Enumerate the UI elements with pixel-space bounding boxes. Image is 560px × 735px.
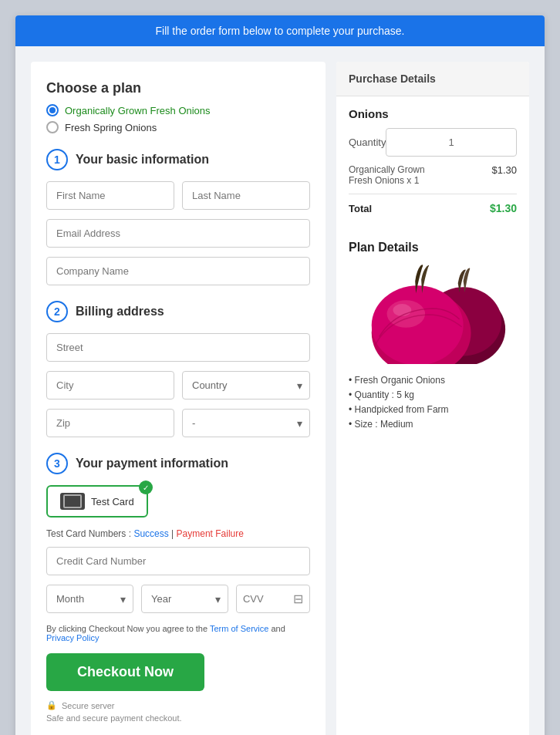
first-name-input[interactable] <box>46 181 174 210</box>
section2-number: 2 <box>46 301 68 322</box>
country-select[interactable]: Country <box>182 371 310 400</box>
cc-number-field <box>46 547 310 575</box>
email-input[interactable] <box>46 219 310 248</box>
page-wrapper: Fill the order form below to complete yo… <box>15 15 545 735</box>
country-select-wrapper: Country ▾ <box>182 371 310 400</box>
plan-option-2[interactable]: Fresh Spring Onions <box>46 121 310 133</box>
street-input[interactable] <box>46 333 310 362</box>
plan-details-section: Plan Details <box>336 230 529 444</box>
email-field <box>46 219 310 248</box>
section2-title: Billing address <box>76 305 164 319</box>
company-input[interactable] <box>46 257 310 285</box>
plan-1-label: Organically Grown Fresh Onions <box>65 105 211 116</box>
city-field <box>46 371 174 400</box>
company-field <box>46 257 310 285</box>
secure-info: 🔒 Secure server <box>46 700 310 710</box>
radio-selected <box>46 104 59 116</box>
test-card-success-link[interactable]: Success <box>133 528 168 539</box>
city-input[interactable] <box>46 371 174 400</box>
test-card-prefix: Test Card Numbers : <box>46 528 133 539</box>
quantity-row: Quantity <box>349 128 517 157</box>
left-panel: Choose a plan Organically Grown Fresh On… <box>31 62 326 735</box>
quantity-label: Quantity <box>349 137 386 148</box>
year-select[interactable]: Year <box>141 585 228 613</box>
last-name-field <box>182 181 310 210</box>
choose-plan-title: Choose a plan <box>46 80 310 96</box>
radio-unselected <box>46 121 59 133</box>
main-content: Choose a plan Organically Grown Fresh On… <box>15 46 545 735</box>
lock-icon: 🔒 <box>46 700 57 710</box>
plan-details-title: Plan Details <box>349 241 517 255</box>
year-select-wrapper: Year ▾ <box>141 585 228 613</box>
test-card-numbers-row: Test Card Numbers : Success | Payment Fa… <box>46 528 310 539</box>
total-row: Total $1.30 <box>349 202 517 214</box>
state-select-wrapper: - ▾ <box>182 409 310 437</box>
payment-expiry-row: Month ▾ Year ▾ ⊟ <box>46 585 310 613</box>
plan-feature-item: Size : Medium <box>349 419 517 430</box>
purchase-details-header: Purchase Details <box>336 62 529 96</box>
cvv-input[interactable] <box>237 585 287 612</box>
first-name-field <box>46 181 174 210</box>
terms-text: By clicking Checkout Now you agree to th… <box>46 624 310 642</box>
last-name-input[interactable] <box>182 181 310 210</box>
safe-text: Safe and secure payment checkout. <box>46 713 310 723</box>
secure-label: Secure server <box>62 701 114 710</box>
month-select-wrapper: Month ▾ <box>46 585 133 613</box>
svg-point-5 <box>393 304 411 316</box>
section3-title: Your payment information <box>76 457 228 470</box>
test-card-separator: | <box>169 528 177 539</box>
total-price: $1.30 <box>490 202 517 214</box>
item-name: Organically Grown Fresh Onions x 1 <box>349 164 449 186</box>
item-price: $1.30 <box>491 164 517 176</box>
cvv-field: ⊟ <box>236 585 310 613</box>
plan-feature-item: Quantity : 5 kg <box>349 389 517 400</box>
street-field <box>46 333 310 362</box>
zip-input[interactable] <box>46 409 174 437</box>
zip-field <box>46 409 174 437</box>
terms-of-service-link[interactable]: Term of Service <box>210 624 268 633</box>
section1-title: Your basic information <box>76 153 209 167</box>
purchase-details-body: Onions Quantity Organically Grown Fresh … <box>336 96 529 230</box>
zip-state-row: - ▾ <box>46 409 310 437</box>
total-label: Total <box>349 203 372 214</box>
test-card-label: Test Card <box>91 496 134 507</box>
test-card-failure-link[interactable]: Payment Failure <box>177 528 244 539</box>
section2-header: 2 Billing address <box>46 301 310 322</box>
plan-feature-item: Fresh Organic Onions <box>349 375 517 386</box>
top-banner: Fill the order form below to complete yo… <box>15 15 545 46</box>
city-country-row: Country ▾ <box>46 371 310 400</box>
terms-mid: and <box>268 624 285 633</box>
right-panel: Purchase Details Onions Quantity Organic… <box>336 62 529 735</box>
terms-before: By clicking Checkout Now you agree to th… <box>46 624 210 633</box>
credit-card-icon <box>60 493 85 510</box>
section1-header: 1 Your basic information <box>46 149 310 170</box>
test-card-check-icon: ✓ <box>139 480 153 494</box>
state-select[interactable]: - <box>182 409 310 437</box>
name-row <box>46 181 310 210</box>
plan-option-1[interactable]: Organically Grown Fresh Onions <box>46 104 310 116</box>
cvv-card-icon: ⊟ <box>287 592 309 606</box>
cc-number-input[interactable] <box>46 547 310 575</box>
plan-2-label: Fresh Spring Onions <box>65 122 157 133</box>
plan-feature-item: Handpicked from Farm <box>349 404 517 415</box>
product-name: Onions <box>349 107 517 120</box>
item-row: Organically Grown Fresh Onions x 1 $1.30 <box>349 164 517 194</box>
onion-image <box>349 264 517 364</box>
privacy-policy-link[interactable]: Privacy Policy <box>46 633 99 642</box>
quantity-input[interactable] <box>386 128 517 157</box>
choose-plan-section: Choose a plan Organically Grown Fresh On… <box>46 80 310 133</box>
section3-number: 3 <box>46 453 68 474</box>
month-select[interactable]: Month <box>46 585 133 613</box>
section3-header: 3 Your payment information <box>46 453 310 474</box>
plan-features-list: Fresh Organic OnionsQuantity : 5 kgHandp… <box>349 375 517 430</box>
checkout-button[interactable]: Checkout Now <box>46 653 204 691</box>
banner-text: Fill the order form below to complete yo… <box>156 25 405 37</box>
test-card-button[interactable]: ✓ Test Card <box>46 485 148 518</box>
section1-number: 1 <box>46 149 68 170</box>
